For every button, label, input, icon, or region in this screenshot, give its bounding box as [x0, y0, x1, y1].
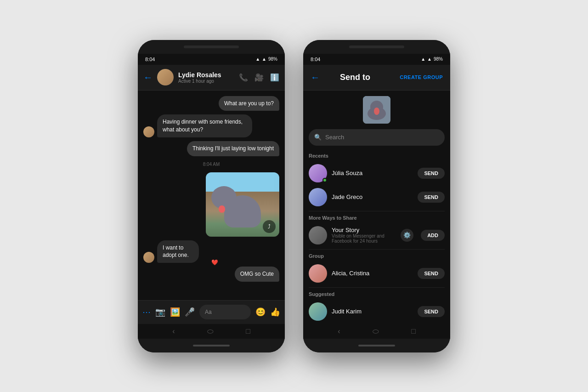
jade-send-button[interactable]: SEND: [418, 192, 445, 203]
battery-text: 98%: [268, 57, 277, 62]
back-nav-icon[interactable]: ‹: [172, 327, 175, 335]
phone-notch: [138, 40, 285, 54]
message-row-6: OMG so Cute: [143, 267, 279, 282]
section-recents-label: Recents: [309, 153, 445, 159]
back-button[interactable]: ←: [143, 72, 153, 83]
sendto-content: Recents Júlia Souza SEND Jade Greco: [303, 149, 450, 324]
contact-row-jade: Jade Greco SEND: [309, 185, 445, 209]
message-input[interactable]: Aa: [199, 305, 251, 319]
message-bubble-received-2: Having dinner with some friends, what ab…: [157, 114, 252, 137]
notch-bar-2: [349, 45, 404, 48]
image-message: ⤴: [206, 172, 279, 237]
alicia-name: Alicia, Cristina: [332, 270, 413, 277]
message-bubble-sent-6: OMG so Cute: [235, 267, 279, 282]
story-name: Your Story: [332, 227, 396, 233]
judit-avatar-img: [309, 302, 327, 321]
info-icon[interactable]: ℹ️: [270, 73, 279, 82]
emoji-icon[interactable]: 😊: [255, 307, 266, 317]
search-bar[interactable]: 🔍 Search: [309, 129, 445, 146]
svg-point-3: [374, 108, 379, 115]
preview-image: [363, 96, 390, 124]
chat-screen: ← Lydie Rosales Active 1 hour ago 📞 🎥 ℹ️: [138, 65, 285, 339]
dog-head: [211, 186, 237, 209]
home-nav-icon[interactable]: ⬭: [207, 327, 214, 335]
battery-text-2: 98%: [434, 57, 443, 62]
bottom-bar: [193, 345, 230, 347]
messages-area: What are you up to? Having dinner with s…: [138, 91, 285, 300]
avatar-image: [157, 69, 174, 85]
phone-bottom-1: [138, 339, 285, 352]
message-row-5: I want to adopt one. ❤️: [143, 240, 279, 263]
signal-icon-2: ▲: [421, 57, 425, 62]
sendto-title: Send to: [311, 73, 400, 82]
recents-nav-icon-2[interactable]: □: [411, 327, 416, 335]
phone-notch-2: [303, 40, 450, 54]
phone-sendto: 8:04 ▲ ▲ 98% ← Send to CREATE GROUP: [303, 40, 450, 352]
mic-icon[interactable]: 🎤: [185, 307, 195, 317]
judit-name: Judit Karim: [332, 308, 413, 315]
julia-name: Júlia Souza: [332, 170, 413, 176]
divider-2: [309, 249, 445, 250]
status-bar-chat: 8:04 ▲ ▲ 98%: [138, 54, 285, 65]
message-text: Thinking I'll just laying low tonight: [192, 145, 274, 152]
input-placeholder: Aa: [205, 309, 212, 315]
received-avatar: [143, 126, 154, 137]
julia-send-button[interactable]: SEND: [418, 168, 445, 179]
story-info: Your Story Visible on Messenger and Face…: [332, 227, 396, 244]
section-more-label: More Ways to Share: [309, 215, 445, 221]
contact-name: Lydie Rosales: [178, 71, 234, 79]
story-avatar: [309, 226, 327, 244]
signal-icon: ▲: [255, 57, 260, 62]
story-subtitle: Visible on Messenger and Facebook for 24…: [332, 233, 396, 244]
phone-bottom-2: [303, 339, 450, 352]
status-icons-2: ▲ ▲ 98%: [421, 57, 443, 62]
status-time: 8:04: [145, 57, 155, 62]
dog-tongue: [219, 205, 225, 213]
status-icons: ▲ ▲ 98%: [255, 57, 277, 62]
dog-svg: [363, 96, 390, 124]
contact-status: Active 1 hour ago: [178, 79, 234, 84]
message-text: I want to adopt one.: [163, 244, 189, 259]
divider-3: [309, 287, 445, 288]
chat-input-bar: ⋯ 📷 🖼️ 🎤 Aa 😊 👍: [138, 300, 285, 324]
alicia-send-button[interactable]: SEND: [418, 268, 445, 279]
judit-send-button[interactable]: SEND: [418, 306, 445, 317]
story-avatar-img: [309, 226, 327, 244]
call-icon[interactable]: 📞: [239, 73, 248, 82]
story-settings-button[interactable]: ⚙️: [401, 229, 413, 242]
search-icon: 🔍: [314, 134, 322, 141]
video-icon[interactable]: 🎥: [254, 73, 264, 82]
gallery-icon[interactable]: 🖼️: [170, 307, 180, 317]
search-placeholder: Search: [325, 134, 344, 141]
nav-bar-2: ‹ ⬭ □: [303, 324, 450, 339]
heart-reaction: ❤️: [211, 259, 218, 266]
status-time-2: 8:04: [311, 57, 320, 62]
message-bubble-received-5: I want to adopt one.: [157, 240, 199, 263]
contact-row-julia: Júlia Souza SEND: [309, 161, 445, 185]
preview-dog-image: [363, 96, 390, 124]
divider-1: [309, 211, 445, 211]
message-row-2: Having dinner with some friends, what ab…: [143, 114, 279, 137]
create-group-button[interactable]: CREATE GROUP: [400, 74, 443, 80]
timestamp: 8:04 AM: [143, 162, 279, 167]
contact-row-judit: Judit Karim SEND: [309, 300, 445, 324]
jade-name: Jade Greco: [332, 193, 413, 200]
camera-icon[interactable]: 📷: [155, 307, 165, 317]
menu-dots-icon[interactable]: ⋯: [142, 307, 151, 317]
contact-avatar: [157, 69, 174, 85]
sendto-header: ← Send to CREATE GROUP: [303, 65, 450, 91]
header-icons: 📞 🎥 ℹ️: [239, 73, 279, 82]
recents-nav-icon[interactable]: □: [246, 327, 250, 335]
share-button[interactable]: ⤴: [263, 220, 276, 233]
contact-row-story: Your Story Visible on Messenger and Face…: [309, 223, 445, 247]
back-nav-icon-2[interactable]: ‹: [338, 327, 340, 335]
story-add-button[interactable]: ADD: [421, 230, 445, 241]
judit-avatar: [309, 302, 327, 321]
alicia-avatar-img: [309, 264, 327, 283]
alicia-avatar: [309, 264, 327, 283]
message-text: Having dinner with some friends, what ab…: [163, 119, 243, 133]
home-nav-icon-2[interactable]: ⬭: [373, 327, 379, 335]
julia-online-dot: [322, 178, 327, 182]
message-row-image: ⤴: [143, 172, 279, 237]
like-icon[interactable]: 👍: [270, 307, 280, 317]
